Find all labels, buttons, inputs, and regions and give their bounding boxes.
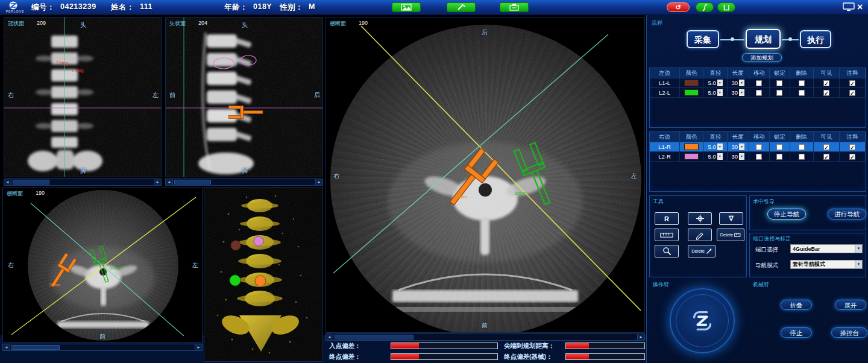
screw-name[interactable]: L1-R <box>650 142 680 152</box>
arm-stop-button[interactable]: 停止 <box>781 327 812 338</box>
length-cell[interactable]: 30▼ <box>728 88 749 98</box>
ruler-tool-button[interactable] <box>655 229 679 241</box>
axial-small-view[interactable]: 横断面 190 右 左 前 30mm 30mm <box>2 187 203 342</box>
table-row-selected[interactable]: L1-R 5.0▼ 30▼ ✓ ✓ <box>650 142 866 152</box>
sagittal-scroll-track[interactable] <box>173 179 315 185</box>
annotate-checkbox[interactable]: ✓ <box>849 80 855 86</box>
reset-view-button[interactable]: R <box>655 212 679 225</box>
dropdown-icon[interactable]: ▼ <box>739 80 744 86</box>
color-swatch[interactable] <box>684 89 699 96</box>
axial-small-scroll-track[interactable] <box>10 344 195 350</box>
dropdown-icon[interactable]: ▼ <box>739 153 744 160</box>
move-checkbox[interactable] <box>756 90 762 96</box>
add-plan-button[interactable]: 添加规划 <box>742 53 782 62</box>
delete-checkbox[interactable] <box>799 90 805 96</box>
diameter-cell[interactable]: 5.0▼ <box>703 142 727 152</box>
axial-scroll-left-button[interactable]: ◄ <box>326 334 333 340</box>
coronal-view[interactable]: 冠状面 209 头 脚 右 左 77deg 77deg <box>4 17 162 177</box>
zoom-tool-button[interactable] <box>655 245 679 257</box>
visible-checkbox[interactable]: ✓ <box>823 80 829 86</box>
table-row[interactable]: L2-R 5.0▼ 30▼ ✓ ✓ <box>650 152 866 162</box>
probe-button[interactable] <box>696 2 714 12</box>
marker-l1-left[interactable] <box>231 241 241 250</box>
dropdown-icon[interactable]: ▼ <box>855 245 862 253</box>
dropdown-icon[interactable]: ▼ <box>717 144 723 150</box>
visible-checkbox[interactable]: ✓ <box>823 154 829 160</box>
diameter-cell[interactable]: 5.0▼ <box>703 152 727 162</box>
start-navigation-button[interactable]: 进行导航 <box>828 209 866 219</box>
workflow-step-acquire[interactable]: 采集 <box>687 30 719 48</box>
delete-checkbox[interactable] <box>799 154 805 160</box>
move-checkbox[interactable] <box>756 154 762 160</box>
holder-button[interactable] <box>717 2 735 12</box>
close-button[interactable]: × <box>857 1 863 13</box>
coronal-scroll-track[interactable] <box>11 179 154 185</box>
sagittal-view[interactable]: 矢状面 204 头 脚 前 后 <box>165 17 323 177</box>
volume-3d-view[interactable] <box>204 187 323 362</box>
color-swatch[interactable] <box>684 153 699 160</box>
sagittal-scroll-left-button[interactable]: ◄ <box>166 179 173 185</box>
annotate-checkbox[interactable]: ✓ <box>849 144 855 150</box>
dropdown-icon[interactable]: ▼ <box>717 153 723 160</box>
draw-tool-button[interactable] <box>688 229 712 241</box>
sagittal-scroll-right-button[interactable]: ► <box>315 179 322 185</box>
axial-scroll-thumb[interactable] <box>335 335 414 339</box>
annotate-checkbox[interactable]: ✓ <box>849 90 855 96</box>
dropdown-icon[interactable]: ▼ <box>855 260 862 268</box>
nav-mode-select[interactable]: 套针导航模式 ▼ <box>790 260 863 269</box>
diameter-cell[interactable]: 5.0▼ <box>703 78 727 88</box>
undo-button[interactable]: ↺ <box>667 2 690 12</box>
screw-name[interactable]: L1-L <box>650 78 680 88</box>
dropdown-icon[interactable]: ▼ <box>717 89 723 96</box>
dropdown-icon[interactable]: ▼ <box>739 89 744 96</box>
archive-button[interactable] <box>500 2 529 12</box>
dropdown-icon[interactable]: ▼ <box>739 144 744 150</box>
coronal-scroll-thumb[interactable] <box>13 180 49 185</box>
delete-ruler-button[interactable]: Delete <box>717 229 744 241</box>
axial-scroll-track[interactable] <box>333 334 637 340</box>
annotate-checkbox[interactable]: ✓ <box>849 154 855 160</box>
coronal-scroll-left-button[interactable]: ◄ <box>4 179 11 185</box>
implant-tool-button[interactable] <box>447 2 476 12</box>
arm-power-button[interactable] <box>670 288 735 353</box>
dropdown-icon[interactable]: ▼ <box>717 80 723 86</box>
lock-checkbox[interactable] <box>776 144 782 150</box>
stop-navigation-button[interactable]: 停止导航 <box>767 209 806 219</box>
arm-expand-button[interactable]: 展开 <box>835 300 866 310</box>
visible-checkbox[interactable]: ✓ <box>823 144 829 150</box>
move-checkbox[interactable] <box>756 144 762 150</box>
lock-checkbox[interactable] <box>776 80 782 86</box>
diameter-cell[interactable]: 5.0▼ <box>703 88 727 98</box>
length-cell[interactable]: 30▼ <box>728 142 749 152</box>
axial-small-scroll-thumb[interactable] <box>11 345 60 350</box>
lock-checkbox[interactable] <box>776 154 782 160</box>
screenshot-button[interactable] <box>843 2 855 11</box>
workflow-step-plan[interactable]: 规划 <box>746 29 781 49</box>
arm-console-button[interactable]: 操控台 <box>831 327 867 338</box>
lock-checkbox[interactable] <box>776 90 782 96</box>
screw-name[interactable]: L2-L <box>650 88 680 98</box>
axial-scroll-right-button[interactable]: ► <box>637 334 644 340</box>
axial-small-scrollbar[interactable]: ◄ ► <box>2 344 203 351</box>
length-cell[interactable]: 30▼ <box>728 152 749 162</box>
coronal-scroll-right-button[interactable]: ► <box>154 179 161 185</box>
sagittal-scroll-thumb[interactable] <box>174 180 211 185</box>
axial-view[interactable]: 横断面 190 后 前 右 左 30mm 30mm <box>326 17 645 333</box>
delete-checkbox[interactable] <box>799 80 805 86</box>
delete-checkbox[interactable] <box>799 144 805 150</box>
axial-small-scroll-left-button[interactable]: ◄ <box>3 344 10 350</box>
table-row[interactable]: L2-L 5.0▼ 30▼ ✓ ✓ <box>650 88 866 98</box>
color-swatch[interactable] <box>684 144 699 150</box>
table-row[interactable]: L1-L 5.0▼ 30▼ ✓ ✓ <box>650 78 866 88</box>
screw-name[interactable]: L2-R <box>650 152 680 162</box>
coronal-scrollbar[interactable]: ◄ ► <box>4 178 162 186</box>
color-swatch[interactable] <box>684 80 699 86</box>
visible-checkbox[interactable]: ✓ <box>823 90 829 96</box>
delete-probe-button[interactable]: Delete <box>688 245 715 257</box>
workflow-step-execute[interactable]: 执行 <box>800 30 831 48</box>
marker-l2-left[interactable] <box>230 275 241 286</box>
port-select[interactable]: 4GuideBar ▼ <box>790 244 863 253</box>
marker-l1-right[interactable] <box>255 276 266 286</box>
image-button[interactable] <box>392 2 421 12</box>
angle-tool-button[interactable]: ∇ <box>719 212 743 225</box>
